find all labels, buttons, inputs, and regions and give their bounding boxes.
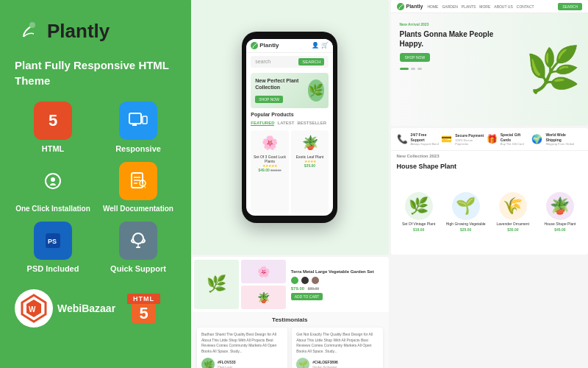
- nav-about[interactable]: ABOUT US: [494, 4, 512, 9]
- phone-product-tabs: FEATURED LATEST BESTSELLER: [246, 118, 333, 128]
- payment-mini-sub: 100% Secure Payments: [455, 138, 486, 146]
- payment-mini-icon: 💳: [441, 134, 452, 144]
- slider-dot-active: [400, 68, 409, 70]
- plant-card-1: 🌱 High Growing Vegetable $25.00: [444, 192, 488, 232]
- swatch-brown: [312, 277, 319, 284]
- plant-grid-img-1: 🌸: [241, 260, 286, 283]
- testimonial-role-1: Garden Enthusiast: [312, 365, 337, 368]
- testimonials-title: Testimonials: [197, 316, 383, 323]
- phone-search-bar[interactable]: search SEARCH: [251, 56, 329, 68]
- psd-icon-box: PS: [34, 222, 72, 260]
- phone-product-item-1: 🪴 Exotic Leaf Plant ★★★★ $35.00: [291, 130, 329, 213]
- desktop-hero-plant-img: 🌿: [526, 13, 588, 126]
- plant-card-img-0: 🌿: [405, 192, 433, 220]
- testimonial-card-0: Badhan Shanti The Quality Best Design fo…: [197, 328, 287, 368]
- swatch-green: [291, 277, 298, 284]
- svg-point-1: [29, 22, 35, 28]
- support-mini-sub: Always Support Band: [411, 142, 442, 146]
- plant-card-img-1: 🌱: [452, 192, 480, 220]
- plant-grid-img-2: 🪴: [241, 286, 286, 309]
- feature-label-documentation: Well Documentation: [103, 205, 173, 213]
- phone-product-img-1: 🪴: [300, 132, 320, 153]
- phone-tab-bestseller[interactable]: BESTSELLER: [297, 121, 326, 126]
- bottom-row: W WebiBazaar HTML 5: [15, 289, 176, 328]
- feature-item-psd: PS PSD Included: [15, 222, 91, 273]
- feature-label-support: Quick Support: [110, 264, 166, 273]
- phone-tab-featured[interactable]: FEATURED: [251, 121, 274, 126]
- plant-card-img-2: 🌾: [499, 192, 527, 220]
- webibazaar-icon: W: [15, 289, 53, 328]
- nav-more[interactable]: MORE: [479, 4, 490, 9]
- phone-banner: New Perfect Plant Collection SHOP NOW 🌿: [251, 73, 329, 108]
- testimonial-author-1: #CHLOEF3896: [312, 360, 337, 366]
- desktop-nav-logo-text: Plantly: [406, 4, 423, 9]
- nav-plants[interactable]: PLANTS: [462, 4, 476, 9]
- bottom-right-panel: 🌿 🌸 🪴 Terra Metal Large Vegetable Garden…: [191, 257, 389, 368]
- plant-card-name-2: Lavender Ornament: [497, 222, 529, 226]
- testimonial-avatar-1: 🌱 #CHLOEF3896 Garden Enthusiast: [296, 358, 378, 368]
- html5-badge: HTML 5: [127, 294, 160, 323]
- feature-mini-support: 📞 24/7 Free Support Always Support Band: [397, 132, 442, 146]
- plant-card-name-1: High Growing Vegetable: [446, 222, 486, 226]
- testimonials-section: Testimonials Badhan Shanti The Quality B…: [191, 312, 389, 368]
- shipping-mini-title: World Wide Shipping: [545, 132, 582, 142]
- mobile-mockup-area: Plantly 👤 🛒 search SEARCH New Perfect Pl…: [191, 0, 389, 255]
- plant-cards-row: 🌿 Set Of Vintage Plant $19.00 🌱 High Gro…: [391, 170, 589, 254]
- phone-frame: Plantly 👤 🛒 search SEARCH New Perfect Pl…: [242, 32, 337, 223]
- html5-label: HTML: [127, 294, 160, 304]
- feature-item-html5: 5 HTML: [15, 102, 91, 153]
- html5-number: 5: [49, 111, 57, 130]
- responsive-icon: [128, 110, 148, 131]
- desktop-hero-text: New Arrival 2023 Plants Gonna Make Peopl…: [391, 13, 526, 126]
- phone-brand-name: Plantly: [259, 42, 279, 49]
- payment-mini-title: Secure Payment: [455, 133, 486, 138]
- testimonial-text-0: Badhan Shanti The Quality Best Design fo…: [201, 332, 283, 354]
- logo-text: Plantly: [47, 20, 110, 43]
- plant-grid-img-0: 🌿: [194, 260, 239, 310]
- svg-rect-16: [136, 247, 140, 248]
- desktop-new-arrival: New Arrival 2023: [400, 22, 517, 26]
- oneclick-icon-box: [34, 162, 72, 200]
- add-to-cart-btn[interactable]: ADD TO CART: [291, 293, 323, 300]
- feature-item-oneclick: One Click Installation: [15, 162, 91, 213]
- phone-product-list: 🌸 Set Of 3 Good Luck Plants ★★★★★ $49.00…: [246, 128, 333, 216]
- plant-card-img-3: 🪴: [546, 192, 574, 220]
- testimonial-author-0: #FLOV333: [218, 360, 235, 366]
- svg-rect-2: [129, 113, 141, 124]
- features-grid: 5 HTML Responsive: [15, 102, 176, 273]
- plant-card-0: 🌿 Set Of Vintage Plant $19.00: [397, 192, 441, 232]
- plant-card-price-0: $19.00: [413, 227, 424, 232]
- avatar-img-0: 🌿: [201, 358, 215, 368]
- oneclick-icon: [43, 171, 63, 191]
- phone-shop-button[interactable]: SHOP NOW: [255, 96, 283, 103]
- support-mini-title: 24/7 Free Support: [411, 132, 442, 142]
- feature-mini-gift: 🎁 Special Gift Cards Buy The Gift Card: [487, 132, 532, 146]
- headset-icon: [128, 230, 148, 251]
- shipping-mini-sub: Shipping From Global: [545, 142, 582, 146]
- swatch-dark: [301, 277, 309, 284]
- nav-home[interactable]: HOME: [427, 4, 438, 9]
- feature-mini-shipping: 🌍 World Wide Shipping Shipping From Glob…: [531, 132, 582, 146]
- plant-logo-icon: [15, 18, 41, 44]
- slider-dot-1: [411, 68, 415, 70]
- desktop-nav-search-btn[interactable]: SEARCH: [558, 3, 582, 10]
- nav-contact[interactable]: CONTACT: [517, 4, 534, 9]
- svg-text:PS: PS: [48, 238, 57, 245]
- phone-header-icons: 👤 🛒: [312, 42, 329, 49]
- plant-card-2: 🌾 Lavender Ornament $30.00: [491, 192, 535, 232]
- nav-garden[interactable]: GARDEN: [442, 4, 457, 9]
- desktop-hero-shop-btn[interactable]: SHOP NOW: [400, 53, 431, 62]
- phone-search-button[interactable]: SEARCH: [298, 58, 324, 66]
- phone-tab-latest[interactable]: LATEST: [277, 121, 294, 126]
- documentation-icon-box: [119, 162, 157, 200]
- feature-item-responsive: Responsive: [100, 102, 176, 153]
- svg-rect-3: [143, 116, 147, 124]
- shipping-mini-icon: 🌍: [531, 134, 542, 144]
- phone-search-placeholder: search: [255, 59, 270, 64]
- plant-detail-swatches: [291, 277, 383, 284]
- html5-num: 5: [132, 304, 155, 323]
- support-icon-box: [119, 222, 157, 260]
- new-collection-title: House Shape Plant: [391, 160, 589, 170]
- plant-detail-title: Terra Metal Large Vegetable Garden Set: [291, 269, 383, 275]
- svg-text:W: W: [29, 305, 36, 314]
